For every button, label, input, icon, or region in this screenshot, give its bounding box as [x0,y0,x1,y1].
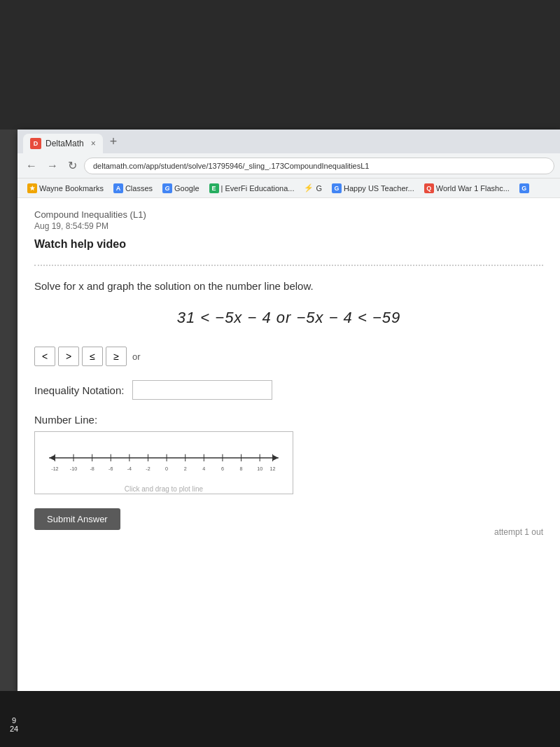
url-text: deltamath.com/app/student/solve/13795946… [93,162,369,170]
svg-text:6: 6 [221,466,224,472]
bookmarks-bar: ★ Wayne Bookmarks A Classes G Google E |… [18,179,560,198]
submit-answer-button[interactable]: Submit Answer [34,508,120,530]
bookmark-happy-teacher-label: Happy US Teacher... [344,184,414,193]
minute-display: 24 [10,725,18,733]
wayne-bookmarks-icon: ★ [27,183,37,193]
bookmark-wayne[interactable]: ★ Wayne Bookmarks [23,182,108,195]
svg-marker-1 [273,455,279,461]
google2-icon: G [519,183,529,193]
notation-row: Inequality Notation: [34,380,543,400]
bookmark-everfi-label: | EverFi Educationa... [221,184,295,193]
attempt-text: attempt 1 out [494,527,543,537]
bookmark-flash-label: G [316,184,322,193]
tab-title-text: DeltaMath [46,139,84,148]
back-button[interactable]: ← [23,158,40,174]
bookmark-wayne-label: Wayne Bookmarks [39,184,104,193]
bookmark-flash[interactable]: ⚡ G [300,182,326,194]
happy-teacher-icon: G [332,183,342,193]
active-tab[interactable]: D DeltaMath × [23,134,103,153]
bookmark-ww1[interactable]: Q World War 1 Flashc... [420,182,514,195]
click-drag-hint: Click and drag to plot line [42,485,286,493]
bookmark-everfi[interactable]: E | EverFi Educationa... [205,182,299,195]
ww1-icon: Q [424,183,434,193]
less-than-button[interactable]: < [34,347,55,366]
greater-equal-button[interactable]: ≥ [106,347,127,366]
svg-text:0: 0 [165,466,168,472]
browser-window: D DeltaMath × + ← → ↻ deltamath.com/app/… [18,130,560,691]
svg-text:-12: -12 [51,466,58,472]
flash-icon: ⚡ [304,183,314,193]
google-icon: G [162,183,172,193]
bookmark-google[interactable]: G Google [158,182,203,195]
svg-text:-10: -10 [70,466,77,472]
bookmark-happy-teacher[interactable]: G Happy US Teacher... [328,182,419,195]
number-line-label: Number Line: [34,414,543,426]
bookmark-ww1-label: World War 1 Flashc... [436,184,510,193]
hour-display: 9 [12,716,16,725]
number-line-svg[interactable]: -12 -10 -8 -6 -4 -2 [42,439,286,481]
number-line-section: Number Line: -12 -10 [34,414,543,494]
url-input[interactable]: deltamath.com/app/student/solve/13795946… [84,158,554,174]
svg-text:4: 4 [202,466,205,472]
notation-input[interactable] [132,380,272,400]
time-display: 9 24 [10,716,18,733]
tab-favicon: D [30,138,41,149]
svg-text:-8: -8 [90,466,94,472]
forward-button[interactable]: → [44,158,61,174]
svg-text:12: 12 [270,466,276,472]
top-dark-area [0,0,560,130]
svg-text:-2: -2 [146,466,150,472]
symbol-buttons-row: < > ≤ ≥ or [34,347,543,366]
svg-text:-4: -4 [127,466,132,472]
less-equal-button[interactable]: ≤ [82,347,103,366]
problem-instruction: Solve for x and graph the solution on th… [34,280,543,292]
address-bar: ← → ↻ deltamath.com/app/student/solve/13… [18,153,560,179]
section-divider [34,265,543,266]
everfi-icon: E [209,183,219,193]
math-equation: 31 < −5x − 4 or −5x − 4 < −59 [34,309,543,327]
timestamp: Aug 19, 8:54:59 PM [34,221,543,231]
bookmark-google2[interactable]: G [515,182,533,195]
svg-text:10: 10 [257,466,262,472]
bottom-bar: 9 24 [0,691,560,747]
new-tab-button[interactable]: + [106,134,122,149]
bookmark-google-label: Google [174,184,199,193]
problem-header: Compound Inequalities (L1) [34,209,543,220]
reload-button[interactable]: ↻ [65,158,80,174]
left-taskbar [0,130,18,691]
bookmark-classes-label: Classes [125,184,153,193]
classes-icon: A [113,183,123,193]
svg-text:-6: -6 [108,466,113,472]
tab-close-button[interactable]: × [91,139,96,148]
watch-help-link[interactable]: Watch help video [34,238,543,251]
tab-bar: D DeltaMath × + [18,130,560,153]
notation-label: Inequality Notation: [34,384,124,396]
or-label: or [130,351,144,362]
number-line-box[interactable]: -12 -10 -8 -6 -4 -2 [34,431,293,494]
svg-text:2: 2 [184,466,187,472]
greater-than-button[interactable]: > [58,347,79,366]
page-content: Compound Inequalities (L1) Aug 19, 8:54:… [18,198,560,691]
svg-marker-2 [49,455,55,461]
bookmark-classes[interactable]: A Classes [109,182,157,195]
svg-text:8: 8 [240,466,243,472]
